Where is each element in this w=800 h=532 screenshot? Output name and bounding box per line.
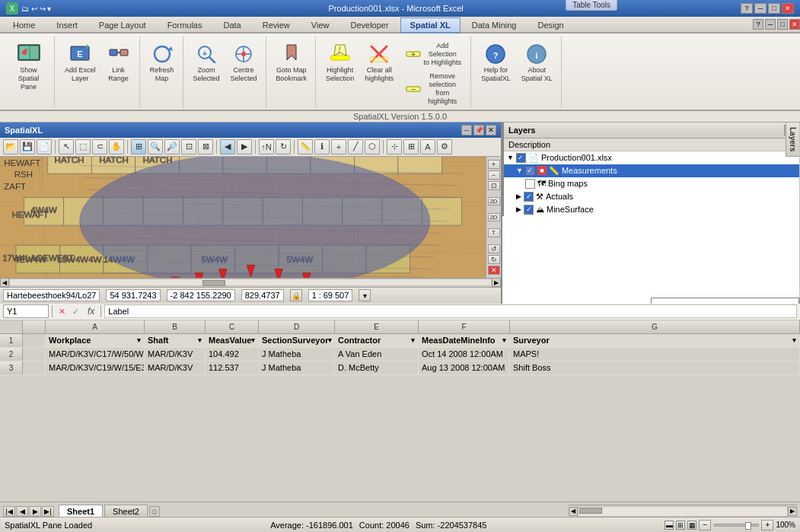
cell-reference-box[interactable]: Y1 <box>3 304 49 318</box>
centre-selected-button[interactable]: CentreSelected <box>227 40 261 85</box>
help-button[interactable]: ? <box>741 3 753 14</box>
tab-developer[interactable]: Developer <box>340 18 398 32</box>
cell-2-B[interactable]: MAR/D/K3V <box>145 348 206 361</box>
view-layout-button[interactable]: ⊞ <box>676 521 685 530</box>
col-B-filter-arrow[interactable]: ▾ <box>198 336 202 344</box>
layer-expand-root[interactable]: ▼ <box>507 154 514 161</box>
spatial-save-button[interactable]: 💾 <box>20 139 35 155</box>
side-2d2-button[interactable]: 2D <box>488 213 500 221</box>
spatial-zoomextent-button[interactable]: ⊠ <box>198 139 213 155</box>
spatial-cursor-button[interactable]: ↖ <box>59 139 74 155</box>
ribbon-minimize-icon[interactable]: ─ <box>765 19 776 30</box>
spatial-rotate-button[interactable]: ↻ <box>276 139 291 155</box>
side-zoomfit2-button[interactable]: ⊡ <box>488 181 500 190</box>
cell-3-E[interactable]: D. McBetty <box>335 362 419 374</box>
spatial-measure-button[interactable]: 📏 <box>298 139 313 155</box>
tab-page-layout[interactable]: Page Layout <box>89 18 156 32</box>
spatial-zoomout-button[interactable]: 🔎 <box>164 139 180 155</box>
spatial-zoomfit-button[interactable]: ⊡ <box>181 139 196 155</box>
sheet-tab-new[interactable]: ☺ <box>149 506 160 517</box>
spatial-select-button[interactable]: ⬚ <box>75 139 91 155</box>
ctx-properties[interactable]: Properties <box>652 298 798 304</box>
highlight-selection-button[interactable]: HighlightSelection <box>322 40 358 85</box>
view-preview-button[interactable]: ▦ <box>687 521 696 530</box>
excel-hscroll-right[interactable]: ▶ <box>788 507 797 516</box>
cell-2-A[interactable]: MAR/D/K3V/C17/W/50/W <box>46 348 145 361</box>
tab-formulas[interactable]: Formulas <box>158 18 212 32</box>
tab-home[interactable]: Home <box>3 18 45 32</box>
layer-cb-measurements[interactable]: ✓ <box>525 166 535 176</box>
spatial-add-point-button[interactable]: + <box>331 139 346 155</box>
cell-1-G[interactable]: Surveyor ▾ <box>510 334 800 347</box>
side-2d-button[interactable]: 2D <box>488 197 500 205</box>
link-range-button[interactable]: LinkRange <box>103 40 135 85</box>
layer-item-actuals[interactable]: ▶ ✓ ⚒ Actuals <box>504 190 799 203</box>
col-header-B[interactable]: B <box>145 320 206 333</box>
sheet-nav-next[interactable]: ▶ <box>29 506 41 517</box>
cell-3-C[interactable]: 112.537 <box>206 362 259 374</box>
formula-input[interactable] <box>104 304 797 318</box>
remove-from-highlights-button[interactable]: − Remove selectionfrom highlights <box>400 70 466 107</box>
tab-design[interactable]: Design <box>528 18 574 32</box>
ribbon-restore-icon[interactable]: □ <box>777 19 788 30</box>
minimize-button[interactable]: ─ <box>754 3 767 14</box>
clear-highlights-button[interactable]: Clear allhighlights <box>361 40 397 85</box>
scale-down-button[interactable]: ▾ <box>359 289 371 301</box>
hscroll-thumb[interactable] <box>202 280 225 286</box>
spatial-forward-button[interactable]: ▶ <box>237 139 252 155</box>
sheet-tab-sheet2[interactable]: Sheet2 <box>104 505 148 517</box>
pane-minimize-button[interactable]: ─ <box>461 125 472 135</box>
spatial-zoomin2-button[interactable]: 🔍 <box>148 139 163 155</box>
spatial-north-button[interactable]: ↑N <box>259 139 274 155</box>
cell-3-G[interactable]: Shift Boss <box>510 362 800 374</box>
tab-view[interactable]: View <box>301 18 339 32</box>
cell-1-E[interactable]: Contractor ▾ <box>335 334 419 347</box>
col-header-F[interactable]: F <box>419 320 510 333</box>
spatial-grid-button[interactable]: ⊞ <box>403 139 419 155</box>
spatial-pan-button[interactable]: ✋ <box>109 139 124 155</box>
excel-hscroll-thumb[interactable] <box>579 508 602 514</box>
show-spatial-pane-button[interactable]: ShowSpatial Pane <box>8 40 49 93</box>
layer-item-minesurface[interactable]: ▶ ✓ ⛰ MineSurface <box>504 203 799 216</box>
formula-enter-button[interactable]: ✓ <box>69 305 81 317</box>
cell-1-B[interactable]: Shaft ▾ <box>145 334 206 347</box>
tab-data[interactable]: Data <box>213 18 250 32</box>
sheet-nav-first[interactable]: |◀ <box>3 506 15 517</box>
spatial-snap-button[interactable]: ⊹ <box>387 139 402 155</box>
map-canvas[interactable]: 26WEST CONVEYOR DECLINE <box>0 157 486 278</box>
add-excel-layer-button[interactable]: E+ Add ExcelLayer <box>61 40 100 85</box>
col-header-D[interactable]: D <box>259 320 335 333</box>
spatial-add-polygon-button[interactable]: ⬡ <box>365 139 380 155</box>
layer-cb-minesurface[interactable]: ✓ <box>524 205 534 215</box>
cell-2-C[interactable]: 104.492 <box>206 348 259 361</box>
tab-review[interactable]: Review <box>253 18 300 32</box>
pane-close-button[interactable]: ✕ <box>486 125 496 135</box>
side-rotate-button[interactable]: ↺ <box>488 244 500 253</box>
cell-1-F[interactable]: MeasDateMineInfo ▾ <box>419 334 510 347</box>
col-header-C[interactable]: C <box>206 320 259 333</box>
cell-2-E[interactable]: A Van Eden <box>335 348 419 361</box>
layer-item-measurements[interactable]: ▼ ✓ ■ 📏 Measurements <box>504 164 799 177</box>
zoom-in-button[interactable]: + <box>761 520 773 530</box>
cell-2-F[interactable]: Oct 14 2008 12:00AM <box>419 348 510 361</box>
formula-cancel-button[interactable]: ✕ <box>56 305 68 317</box>
layer-item-root[interactable]: ▼ ✓ 📄 Production001.xlsx <box>504 151 799 164</box>
layers-tab-vertical[interactable]: Layers <box>786 123 799 157</box>
cell-3-F[interactable]: Aug 13 2008 12:00AM <box>419 362 510 374</box>
layer-expand-minesurface[interactable]: ▶ <box>516 205 521 213</box>
side-zoomin-button[interactable]: + <box>488 160 500 169</box>
excel-hscroll-track[interactable] <box>578 506 788 517</box>
spatial-new-button[interactable]: 📄 <box>37 139 52 155</box>
pane-pin-button[interactable]: 📌 <box>473 125 484 135</box>
spatial-zoomin-button[interactable]: ⊞ <box>131 139 146 155</box>
layer-cb-root[interactable]: ✓ <box>516 153 526 163</box>
col-header-E[interactable]: E <box>335 320 419 333</box>
cell-2-G[interactable]: MAPS! <box>510 348 800 361</box>
layer-cb-bing[interactable] <box>525 179 535 189</box>
cell-1-A[interactable]: Workplace ▾ <box>46 334 145 347</box>
cell-3-A[interactable]: MAR/D/K3V/C19/W/15/E3 <box>46 362 145 374</box>
cell-2-D[interactable]: J Matheba <box>259 348 335 361</box>
goto-map-bookmark-button[interactable]: Goto MapBookmark <box>273 40 311 85</box>
col-F-filter-arrow[interactable]: ▾ <box>502 336 506 344</box>
tab-spatial-xl[interactable]: Spatial XL <box>400 18 461 33</box>
